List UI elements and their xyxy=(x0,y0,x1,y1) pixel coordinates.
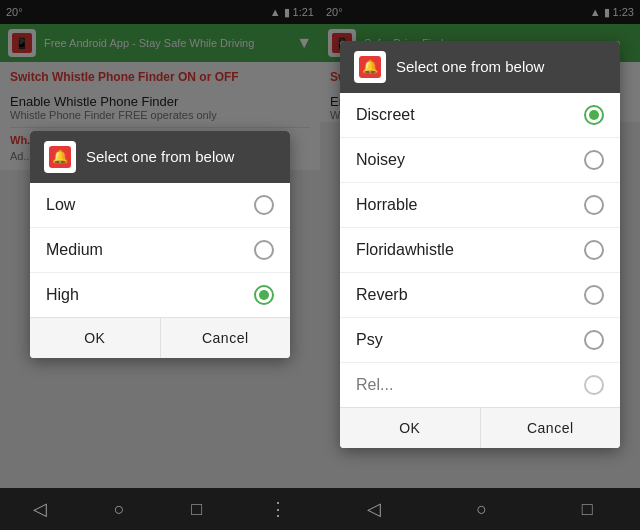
right-option-discreet[interactable]: Discreet xyxy=(340,93,620,138)
right-option-noisey-label: Noisey xyxy=(356,151,405,169)
right-radio-floridawhistle xyxy=(584,240,604,260)
left-modal-overlay: 🔔 Select one from below Low Medium High xyxy=(0,0,320,488)
right-modal-icon-inner: 🔔 xyxy=(359,56,381,78)
right-option-psy[interactable]: Psy xyxy=(340,318,620,363)
right-nav-recent[interactable]: □ xyxy=(582,499,593,520)
right-nav-home[interactable]: ○ xyxy=(476,499,487,520)
right-option-horrable[interactable]: Horrable xyxy=(340,183,620,228)
left-modal-title: Select one from below xyxy=(86,148,234,165)
left-nav-bar: ◁ ○ □ ⋮ xyxy=(0,488,320,530)
left-modal-list: Low Medium High xyxy=(30,183,290,317)
left-option-medium[interactable]: Medium xyxy=(30,228,290,273)
left-modal-buttons: OK Cancel xyxy=(30,317,290,358)
left-modal-title-bar: 🔔 Select one from below xyxy=(30,131,290,183)
left-nav-back[interactable]: ◁ xyxy=(33,498,47,520)
right-option-floridawhistle[interactable]: Floridawhistle xyxy=(340,228,620,273)
left-option-high[interactable]: High xyxy=(30,273,290,317)
left-cancel-button[interactable]: Cancel xyxy=(161,318,291,358)
left-nav-menu[interactable]: ⋮ xyxy=(269,498,287,520)
right-ok-button[interactable]: OK xyxy=(340,408,481,448)
right-modal-overlay: 🔔 Select one from below Discreet Noisey xyxy=(320,0,640,488)
right-radio-discreet xyxy=(584,105,604,125)
left-radio-high-inner xyxy=(259,290,269,300)
right-modal-buttons: OK Cancel xyxy=(340,407,620,448)
right-nav-back[interactable]: ◁ xyxy=(367,498,381,520)
right-radio-noisey xyxy=(584,150,604,170)
right-option-floridawhistle-label: Floridawhistle xyxy=(356,241,454,259)
left-option-low-label: Low xyxy=(46,196,75,214)
left-phone-panel: 20° ▲ ▮ 1:21 📱 Free Android App - Stay S… xyxy=(0,0,320,530)
left-nav-recent[interactable]: □ xyxy=(191,499,202,520)
left-modal-dialog: 🔔 Select one from below Low Medium High xyxy=(30,131,290,358)
left-radio-high xyxy=(254,285,274,305)
left-option-medium-label: Medium xyxy=(46,241,103,259)
left-modal-icon: 🔔 xyxy=(44,141,76,173)
right-radio-discreet-inner xyxy=(589,110,599,120)
right-nav-bar: ◁ ○ □ xyxy=(320,488,640,530)
left-nav-home[interactable]: ○ xyxy=(114,499,125,520)
right-cancel-button[interactable]: Cancel xyxy=(481,408,621,448)
right-option-reverb[interactable]: Reverb xyxy=(340,273,620,318)
right-modal-title-bar: 🔔 Select one from below xyxy=(340,41,620,93)
right-radio-psy xyxy=(584,330,604,350)
right-modal-dialog: 🔔 Select one from below Discreet Noisey xyxy=(340,41,620,448)
left-radio-medium xyxy=(254,240,274,260)
right-modal-list: Discreet Noisey Horrable Floridawhistle xyxy=(340,93,620,407)
left-modal-icon-inner: 🔔 xyxy=(49,146,71,168)
right-radio-reverb xyxy=(584,285,604,305)
right-phone-panel: 20° ▲ ▮ 1:23 📱 Safer Drive Find... Sw...… xyxy=(320,0,640,530)
right-option-horrable-label: Horrable xyxy=(356,196,417,214)
right-option-noisey[interactable]: Noisey xyxy=(340,138,620,183)
right-modal-title: Select one from below xyxy=(396,58,544,75)
left-ok-button[interactable]: OK xyxy=(30,318,161,358)
left-radio-low xyxy=(254,195,274,215)
right-option-psy-label: Psy xyxy=(356,331,383,349)
right-modal-icon: 🔔 xyxy=(354,51,386,83)
right-radio-rel xyxy=(584,375,604,395)
right-option-reverb-label: Reverb xyxy=(356,286,408,304)
left-option-low[interactable]: Low xyxy=(30,183,290,228)
right-option-rel[interactable]: Rel... xyxy=(340,363,620,407)
right-option-discreet-label: Discreet xyxy=(356,106,415,124)
right-option-rel-label: Rel... xyxy=(356,376,393,394)
right-radio-horrable xyxy=(584,195,604,215)
left-option-high-label: High xyxy=(46,286,79,304)
